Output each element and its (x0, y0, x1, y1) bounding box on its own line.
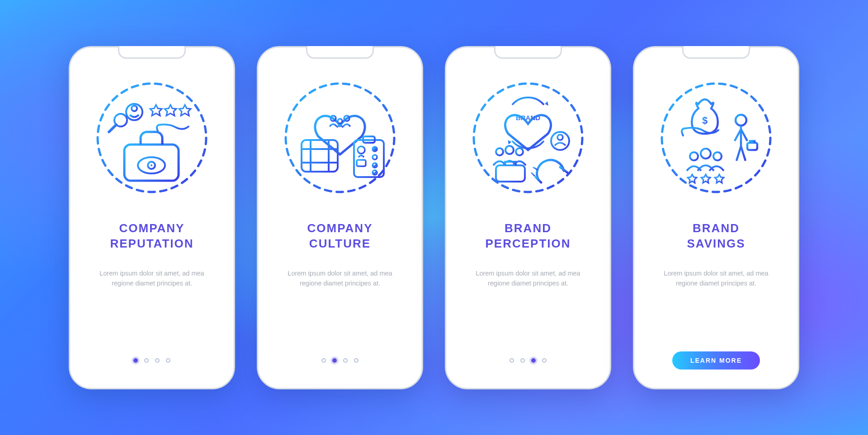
pagination-dot[interactable] (144, 358, 149, 363)
svg-rect-41 (747, 143, 757, 150)
svg-rect-15 (354, 140, 384, 177)
svg-point-31 (505, 146, 514, 154)
pagination-dot[interactable] (520, 358, 525, 363)
card-description: Lorem ipsum dolor sit amet, ad mea regio… (281, 268, 399, 289)
svg-point-44 (713, 152, 722, 160)
learn-more-button[interactable]: LEARN MORE (672, 351, 760, 370)
card-title: BRAND SAVINGS (687, 220, 745, 252)
perception-icon: BRAND (467, 77, 589, 199)
pagination-dots (133, 358, 170, 363)
svg-point-40 (736, 115, 746, 126)
phone-notch (118, 46, 186, 59)
svg-point-26 (474, 84, 582, 192)
pagination-dots (509, 358, 547, 363)
svg-point-9 (151, 164, 152, 166)
svg-line-36 (531, 173, 535, 176)
svg-point-32 (516, 148, 523, 155)
svg-text:$: $ (702, 115, 708, 126)
card-description: Lorem ipsum dolor sit amet, ad mea regio… (469, 268, 587, 289)
card-title: COMPANY REPUTATION (110, 220, 193, 252)
svg-point-30 (496, 148, 503, 155)
phone-notch (306, 46, 374, 59)
pagination-dot[interactable] (155, 358, 160, 363)
phone-mockup: COMPANY REPUTATION Lorem ipsum dolor sit… (69, 46, 235, 389)
card-description: Lorem ipsum dolor sit amet, ad mea regio… (657, 268, 775, 289)
culture-icon (279, 77, 401, 199)
svg-point-12 (338, 119, 342, 123)
card-footer (509, 351, 547, 370)
phone-mockup: COMPANY CULTURE Lorem ipsum dolor sit am… (257, 46, 423, 389)
pagination-dot[interactable] (332, 358, 337, 363)
pagination-dot[interactable] (509, 358, 514, 363)
savings-icon: $ (655, 77, 777, 199)
pagination-dot[interactable] (166, 358, 170, 363)
svg-point-0 (98, 84, 206, 192)
card-title: COMPANY CULTURE (307, 220, 373, 252)
card-title: BRAND PERCEPTION (485, 220, 571, 252)
svg-point-10 (286, 84, 394, 192)
pagination-dot[interactable] (133, 358, 138, 363)
svg-rect-18 (357, 160, 366, 166)
pagination-dots (321, 358, 359, 363)
svg-point-43 (701, 149, 711, 159)
svg-point-17 (358, 146, 365, 154)
phone-mockup: $ (633, 46, 799, 389)
pagination-dot[interactable] (542, 358, 547, 363)
svg-rect-33 (496, 165, 525, 182)
phone-mockup: BRAND (445, 46, 611, 389)
reputation-icon (91, 77, 213, 199)
phone-notch (494, 46, 562, 59)
card-description: Lorem ipsum dolor sit amet, ad mea regio… (93, 268, 211, 289)
svg-point-38 (662, 84, 770, 192)
card-footer: LEARN MORE (672, 351, 760, 370)
svg-point-42 (690, 152, 698, 160)
pagination-dot[interactable] (343, 358, 348, 363)
svg-line-4 (109, 125, 116, 132)
svg-text:BRAND: BRAND (516, 114, 540, 122)
card-footer (321, 351, 359, 370)
phone-row: COMPANY REPUTATION Lorem ipsum dolor sit… (69, 46, 799, 389)
pagination-dot[interactable] (531, 358, 536, 363)
pagination-dot[interactable] (354, 358, 359, 363)
phone-notch (682, 46, 750, 59)
card-footer (133, 351, 170, 370)
pagination-dot[interactable] (321, 358, 326, 363)
svg-point-29 (557, 135, 563, 140)
svg-point-2 (132, 106, 137, 111)
svg-rect-14 (302, 140, 338, 172)
